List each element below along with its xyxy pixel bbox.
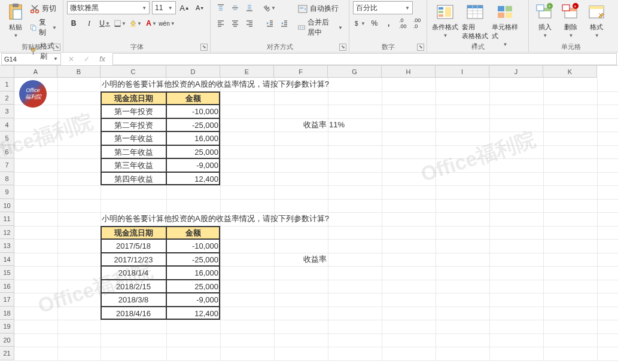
- cell[interactable]: 2017/12/23: [101, 253, 166, 267]
- row-header[interactable]: 17: [0, 293, 14, 307]
- increase-indent-button[interactable]: [278, 17, 291, 30]
- percent-button[interactable]: %: [369, 17, 380, 30]
- cell[interactable]: 收益率: [274, 118, 328, 132]
- fx-button[interactable]: fx: [96, 53, 109, 66]
- row-header[interactable]: 20: [0, 334, 14, 347]
- delete-button[interactable]: ×删除▼: [558, 1, 583, 42]
- italic-button[interactable]: I: [83, 17, 96, 30]
- row-header[interactable]: 11: [0, 212, 14, 226]
- column-header[interactable]: D: [166, 66, 220, 78]
- align-top-button[interactable]: [214, 1, 227, 14]
- format-button[interactable]: 格式▼: [584, 1, 609, 42]
- table-format-button[interactable]: 套用 表格格式▼: [461, 1, 489, 42]
- column-header[interactable]: A: [14, 66, 57, 78]
- cell[interactable]: 2018/1/4: [101, 266, 166, 280]
- column-header[interactable]: H: [382, 66, 436, 78]
- row-header[interactable]: 21: [0, 347, 14, 360]
- column-header[interactable]: F: [274, 66, 328, 78]
- cell[interactable]: 第一年投资: [101, 105, 166, 118]
- align-right-button[interactable]: [243, 17, 256, 30]
- worksheet[interactable]: ABCDEFGHIJK 1234567891011121314151617181…: [0, 66, 618, 364]
- cell[interactable]: 小明的爸爸要计算他投资的A股的收益率情况，请按下列参数计算?: [101, 212, 382, 226]
- cell[interactable]: 16,000: [166, 266, 220, 280]
- column-header[interactable]: C: [101, 66, 166, 78]
- cell[interactable]: 25,000: [166, 145, 220, 159]
- enter-formula-button[interactable]: ✓: [80, 53, 93, 66]
- cut-button[interactable]: 剪切: [28, 2, 59, 15]
- number-format-select[interactable]: 百分比▼: [353, 1, 413, 14]
- cell[interactable]: 现金流日期: [101, 226, 166, 240]
- currency-button[interactable]: $▼: [353, 17, 366, 30]
- wrap-text-button[interactable]: ab自动换行: [296, 2, 345, 15]
- alignment-launcher[interactable]: ⬊: [339, 44, 346, 51]
- row-header[interactable]: 5: [0, 131, 14, 145]
- cell[interactable]: -25,000: [166, 118, 220, 132]
- cell[interactable]: 小明的爸爸要计算他投资的A股的收益率情况，请按下列参数计算?: [101, 78, 382, 91]
- cell[interactable]: -9,000: [166, 293, 220, 307]
- fill-color-button[interactable]: ▼: [129, 17, 142, 30]
- align-left-button[interactable]: [214, 17, 227, 30]
- cancel-formula-button[interactable]: ✕: [65, 53, 78, 66]
- cell[interactable]: 16,000: [166, 131, 220, 145]
- align-middle-button[interactable]: [229, 1, 242, 14]
- column-header[interactable]: G: [328, 66, 382, 78]
- formula-input[interactable]: [112, 53, 617, 65]
- cell[interactable]: -25,000: [166, 253, 220, 267]
- insert-button[interactable]: +插入▼: [532, 1, 557, 42]
- cell[interactable]: 第三年收益: [101, 158, 166, 172]
- paste-button[interactable]: 粘贴 ▼: [4, 1, 28, 42]
- row-header[interactable]: 1: [0, 78, 14, 91]
- align-center-button[interactable]: [229, 17, 242, 30]
- cell[interactable]: 2017/5/18: [101, 239, 166, 253]
- cell[interactable]: 11%: [328, 118, 382, 132]
- comma-button[interactable]: ,: [383, 17, 395, 30]
- row-header[interactable]: 2: [0, 91, 14, 105]
- cell[interactable]: -10,000: [166, 239, 220, 253]
- row-header[interactable]: 19: [0, 320, 14, 334]
- underline-button[interactable]: U▼: [98, 17, 111, 30]
- align-bottom-button[interactable]: [243, 1, 256, 14]
- font-color-button[interactable]: A▼: [145, 17, 158, 30]
- cell[interactable]: 现金流日期: [101, 91, 166, 105]
- cell[interactable]: 25,000: [166, 280, 220, 293]
- row-header[interactable]: 13: [0, 239, 14, 253]
- column-header[interactable]: K: [543, 66, 597, 78]
- cell[interactable]: 金额: [166, 226, 220, 240]
- cell-styles-button[interactable]: 单元格样式▼: [491, 1, 519, 42]
- cell[interactable]: 第四年收益: [101, 172, 166, 186]
- column-header[interactable]: I: [436, 66, 489, 78]
- row-header[interactable]: 8: [0, 172, 14, 186]
- border-button[interactable]: ▼: [114, 17, 127, 30]
- cell[interactable]: 收益率: [274, 253, 328, 267]
- number-launcher[interactable]: ⬊: [417, 44, 424, 51]
- cell[interactable]: 2018/3/8: [101, 293, 166, 307]
- row-header[interactable]: 16: [0, 280, 14, 293]
- cell[interactable]: 金额: [166, 91, 220, 105]
- orientation-button[interactable]: ab▼: [263, 1, 276, 14]
- font-launcher[interactable]: ⬊: [200, 44, 208, 51]
- increase-decimal-button[interactable]: .0.00: [397, 17, 409, 30]
- merge-center-button[interactable]: 合并后居中▼: [296, 16, 345, 39]
- cell[interactable]: 2018/4/16: [101, 307, 166, 320]
- cell[interactable]: 12,400: [166, 307, 220, 320]
- conditional-format-button[interactable]: 条件格式▼: [431, 1, 459, 42]
- decrease-font-button[interactable]: A▼: [193, 1, 206, 14]
- clipboard-launcher[interactable]: ⬊: [53, 44, 60, 51]
- decrease-indent-button[interactable]: [263, 17, 276, 30]
- column-header[interactable]: E: [220, 66, 274, 78]
- row-header[interactable]: 15: [0, 266, 14, 280]
- cell[interactable]: 12,400: [166, 172, 220, 186]
- cell[interactable]: 第一年收益: [101, 131, 166, 145]
- row-header[interactable]: 12: [0, 226, 14, 240]
- cell[interactable]: 第二年投资: [101, 118, 166, 132]
- decrease-decimal-button[interactable]: .00.0: [411, 17, 423, 30]
- font-name-select[interactable]: 微软雅黑▼: [67, 1, 150, 14]
- row-header[interactable]: 7: [0, 158, 14, 172]
- column-header[interactable]: J: [489, 66, 543, 78]
- row-header[interactable]: 10: [0, 199, 14, 213]
- row-header[interactable]: 9: [0, 185, 14, 199]
- bold-button[interactable]: B: [67, 17, 80, 30]
- phonetic-button[interactable]: wén▼: [160, 17, 173, 30]
- font-size-select[interactable]: 11▼: [152, 1, 176, 14]
- row-header[interactable]: 18: [0, 307, 14, 320]
